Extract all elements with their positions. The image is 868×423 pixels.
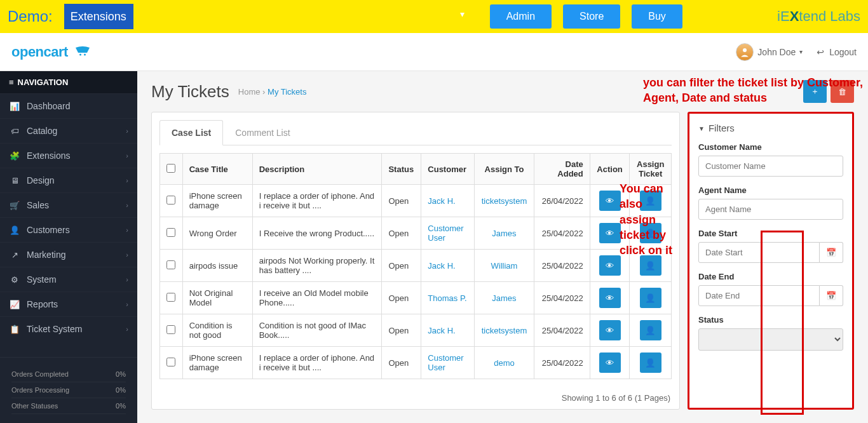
sidebar-item-reports[interactable]: 📈Reports› — [0, 292, 137, 316]
assign-ticket-button[interactable]: 👤 — [640, 320, 661, 340]
row-checkbox[interactable] — [166, 196, 175, 205]
label-customer-name: Customer Name — [698, 142, 843, 152]
assign-link[interactable]: demo — [494, 358, 515, 368]
buy-button[interactable]: Buy — [632, 4, 682, 29]
nav-label: Extensions — [27, 151, 70, 161]
tab-comment-list[interactable]: Comment List — [223, 120, 302, 145]
admin-button[interactable]: Admin — [490, 4, 552, 29]
view-button[interactable]: 👁 — [599, 288, 621, 308]
sidebar-item-marketing[interactable]: ↗Marketing› — [0, 242, 137, 267]
sidebar-item-design[interactable]: 🖥Design› — [0, 168, 137, 192]
sidebar-item-extensions[interactable]: 🧩Extensions› — [0, 143, 137, 168]
cell-date: 25/04/2022 — [534, 250, 590, 282]
nav-label: Customers — [27, 225, 70, 235]
layout: NAVIGATION 📊Dashboard🏷Catalog›🧩Extension… — [0, 71, 868, 423]
view-button[interactable]: 👁 — [599, 352, 621, 373]
customer-link[interactable]: Jack H. — [428, 261, 455, 271]
customer-name-input[interactable] — [698, 156, 843, 177]
select-all-checkbox[interactable] — [166, 164, 175, 173]
view-button[interactable]: 👁 — [599, 191, 621, 211]
assign-ticket-button[interactable]: 👤 — [640, 255, 661, 276]
user-menu[interactable]: John Doe ▾ — [736, 43, 803, 61]
date-end-input[interactable] — [698, 285, 820, 306]
assign-link[interactable]: James — [492, 293, 516, 303]
col-status[interactable]: Status — [382, 154, 421, 185]
customer-link[interactable]: Thomas P. — [428, 293, 466, 303]
case-panel: You can also assign ticket by click on i… — [151, 112, 680, 410]
col-date[interactable]: Date Added — [534, 154, 590, 185]
table-row: airpods issueairpods Not Working properl… — [160, 250, 672, 282]
col-title[interactable]: Case Title — [182, 154, 252, 185]
cell-status: Open — [382, 217, 421, 250]
customer-link[interactable]: Jack H. — [428, 326, 455, 335]
user-icon: 👤 — [645, 261, 656, 271]
sidebar-stats: Orders Completed0%Orders Processing0%Oth… — [0, 357, 137, 423]
user-icon: 👤 — [645, 326, 656, 335]
tickets-table: Case Title Description Status Customer A… — [159, 153, 672, 379]
avatar — [736, 43, 754, 61]
sidebar-item-customers[interactable]: 👤Customers› — [0, 217, 137, 242]
stat-row: Other Statuses0% — [11, 398, 126, 414]
content: you can filter the ticket list by Custom… — [137, 71, 868, 423]
user-icon: 👤 — [645, 293, 656, 303]
assign-ticket-button[interactable]: 👤 — [640, 352, 661, 373]
label-agent-name: Agent Name — [698, 185, 843, 195]
tab-case-list[interactable]: Case List — [159, 120, 223, 145]
assign-link[interactable]: James — [492, 229, 516, 238]
date-start-input[interactable] — [698, 242, 820, 263]
customer-link[interactable]: Jack H. — [428, 196, 455, 206]
cell-desc: airpods Not Working properly. It has bat… — [252, 250, 382, 282]
assign-link[interactable]: ticketsystem — [482, 196, 527, 206]
assign-ticket-button[interactable]: 👤 — [640, 288, 661, 308]
row-checkbox[interactable] — [166, 358, 175, 366]
nav-label: Design — [27, 175, 55, 185]
pagination: Showing 1 to 6 of 6 (1 Pages) — [152, 387, 679, 409]
date-end-picker[interactable]: 📅 — [820, 285, 843, 306]
col-assign[interactable]: Assign To — [474, 154, 534, 185]
nav-label: Catalog — [27, 126, 57, 136]
cell-status: Open — [382, 282, 421, 314]
demo-selector[interactable]: Extensions — [64, 4, 133, 29]
cart-icon — [74, 44, 91, 60]
view-button[interactable]: 👁 — [599, 320, 621, 340]
col-customer[interactable]: Customer — [421, 154, 475, 185]
cell-date: 25/04/2022 — [534, 282, 590, 314]
row-checkbox[interactable] — [166, 228, 175, 237]
date-start-picker[interactable]: 📅 — [820, 242, 843, 263]
nav-label: Dashboard — [27, 101, 71, 111]
breadcrumb-home[interactable]: Home — [238, 87, 261, 97]
sidebar-item-ticket-system[interactable]: 📋Ticket System› — [0, 316, 137, 341]
customer-link[interactable]: Customer User — [428, 353, 463, 372]
sidebar: NAVIGATION 📊Dashboard🏷Catalog›🧩Extension… — [0, 71, 137, 423]
nav-label: Ticket System — [27, 324, 82, 334]
row-checkbox[interactable] — [166, 325, 175, 334]
eye-icon: 👁 — [606, 196, 614, 206]
sidebar-item-sales[interactable]: 🛒Sales› — [0, 192, 137, 217]
store-button[interactable]: Store — [563, 4, 620, 29]
sidebar-item-system[interactable]: ⚙System› — [0, 267, 137, 292]
sidebar-item-dashboard[interactable]: 📊Dashboard — [0, 93, 137, 118]
chevron-right-icon: › — [126, 201, 128, 209]
nav-icon: 🖥 — [9, 176, 20, 185]
assign-link[interactable]: William — [491, 261, 518, 271]
chevron-right-icon: › — [126, 276, 128, 283]
row-checkbox[interactable] — [166, 293, 175, 302]
nav-header: NAVIGATION — [0, 71, 137, 93]
col-desc[interactable]: Description — [252, 154, 382, 185]
breadcrumb-current[interactable]: My Tickets — [268, 87, 306, 97]
status-select[interactable] — [698, 328, 843, 351]
breadcrumb: Home › My Tickets — [238, 87, 307, 97]
view-button[interactable]: 👁 — [599, 223, 621, 243]
view-button[interactable]: 👁 — [599, 255, 621, 276]
opencart-logo[interactable]: opencart — [11, 44, 91, 60]
svg-point-0 — [743, 48, 747, 52]
assign-link[interactable]: ticketsystem — [482, 326, 527, 335]
nav-icon: 📊 — [9, 102, 20, 111]
nav-icon: 👤 — [9, 225, 20, 235]
sidebar-item-catalog[interactable]: 🏷Catalog› — [0, 118, 137, 143]
logout-button[interactable]: Logout — [817, 47, 857, 57]
row-checkbox[interactable] — [166, 260, 175, 269]
customer-link[interactable]: Customer User — [428, 224, 463, 243]
agent-name-input[interactable] — [698, 199, 843, 220]
user-name: John Doe — [757, 47, 796, 57]
